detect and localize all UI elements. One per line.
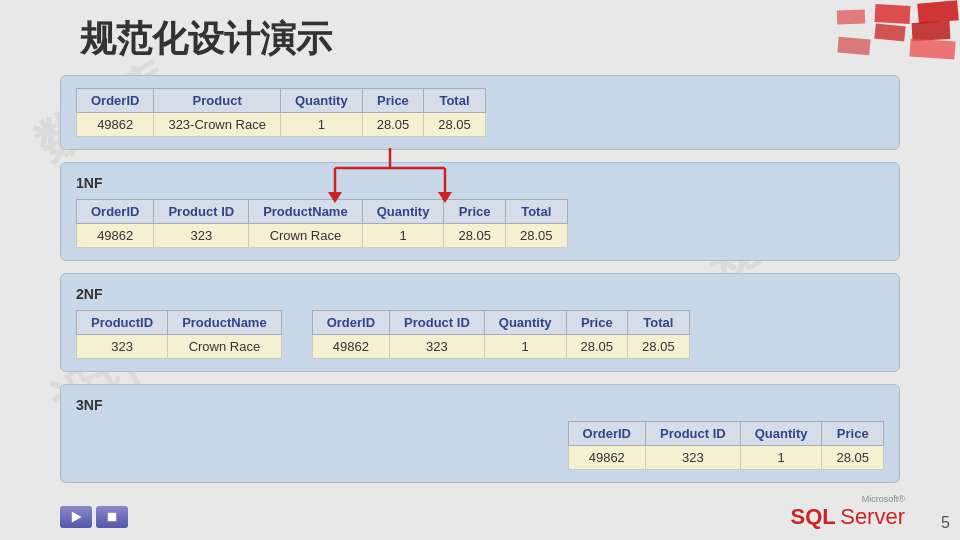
- page-title: 规范化设计演示: [80, 15, 332, 64]
- svg-rect-8: [108, 513, 116, 521]
- unnormalized-table: OrderID Product Quantity Price Total 498…: [76, 88, 486, 137]
- nf2-label: 2NF: [76, 286, 884, 302]
- nf3-order-table: OrderID Product ID Quantity Price 49862 …: [568, 421, 884, 470]
- nf2-ord-cell-total: 28.05: [628, 335, 690, 359]
- nf2-ord-col-price: Price: [566, 311, 628, 335]
- cell-quantity: 1: [280, 113, 362, 137]
- table-row: 49862 323 Crown Race 1 28.05 28.05: [77, 224, 568, 248]
- split-arrow: [280, 148, 500, 203]
- server-label: Server: [840, 504, 905, 529]
- play-button[interactable]: [60, 506, 92, 528]
- nf2-ord-cell-orderid: 49862: [312, 335, 389, 359]
- nf2-prod-cell-name: Crown Race: [168, 335, 282, 359]
- nf1-cell-orderid: 49862: [77, 224, 154, 248]
- nf2-prod-cell-id: 323: [77, 335, 168, 359]
- col-orderid: OrderID: [77, 89, 154, 113]
- svg-marker-6: [438, 192, 452, 203]
- cell-product: 323-Crown Race: [154, 113, 281, 137]
- nf2-ord-cell-quantity: 1: [484, 335, 566, 359]
- nf1-col-orderid: OrderID: [77, 200, 154, 224]
- nf2-ord-cell-price: 28.05: [566, 335, 628, 359]
- table-row: 323 Crown Race: [77, 335, 282, 359]
- nf3-cell-price: 28.05: [822, 446, 884, 470]
- nf2-order-table: OrderID Product ID Quantity Price Total …: [312, 310, 690, 359]
- nf2-ord-col-orderid: OrderID: [312, 311, 389, 335]
- nf3-cell-orderid: 49862: [568, 446, 645, 470]
- nf2-ord-col-productid: Product ID: [390, 311, 485, 335]
- nf1-cell-productid: 323: [154, 224, 249, 248]
- table-row: 49862 323 1 28.05: [568, 446, 883, 470]
- svg-marker-3: [328, 192, 342, 203]
- nf2-prod-col-name: ProductName: [168, 311, 282, 335]
- nf1-col-total: Total: [505, 200, 567, 224]
- nf1-cell-productname: Crown Race: [249, 224, 363, 248]
- nf3-cell-productid: 323: [645, 446, 740, 470]
- nf1-table: OrderID Product ID ProductName Quantity …: [76, 199, 568, 248]
- nf1-cell-price: 28.05: [444, 224, 506, 248]
- col-total: Total: [424, 89, 486, 113]
- sql-label: SQL: [791, 504, 836, 529]
- nf3-col-orderid: OrderID: [568, 422, 645, 446]
- decorative-squares: [760, 0, 960, 65]
- cell-orderid: 49862: [77, 113, 154, 137]
- nf3-cell-quantity: 1: [740, 446, 822, 470]
- table-row: 49862 323 1 28.05 28.05: [312, 335, 689, 359]
- nf2-prod-col-id: ProductID: [77, 311, 168, 335]
- nf3-label: 3NF: [76, 397, 884, 413]
- nf3-col-price: Price: [822, 422, 884, 446]
- nf2-section: 2NF ProductID ProductName 323 Crown Race: [60, 273, 900, 372]
- nf3-tables-container: OrderID Product ID Quantity Price 49862 …: [76, 421, 884, 470]
- nf2-ord-col-quantity: Quantity: [484, 311, 566, 335]
- nf1-cell-total: 28.05: [505, 224, 567, 248]
- nf2-product-table: ProductID ProductName 323 Crown Race: [76, 310, 282, 359]
- nf1-col-quantity: Quantity: [362, 200, 444, 224]
- nf1-col-productname: ProductName: [249, 200, 363, 224]
- nav-buttons-container: [60, 506, 128, 528]
- col-product: Product: [154, 89, 281, 113]
- nf3-col-productid: Product ID: [645, 422, 740, 446]
- table-row: 49862 323-Crown Race 1 28.05 28.05: [77, 113, 486, 137]
- nf2-tables-container: ProductID ProductName 323 Crown Race Ord…: [76, 310, 884, 359]
- col-price: Price: [362, 89, 424, 113]
- cell-total: 28.05: [424, 113, 486, 137]
- nf3-section: 3NF OrderID Product ID Quantity Price 49…: [60, 384, 900, 483]
- nf3-col-quantity: Quantity: [740, 422, 822, 446]
- microsoft-label: Microsoft®: [791, 494, 905, 504]
- nf2-ord-col-total: Total: [628, 311, 690, 335]
- main-content: OrderID Product Quantity Price Total 498…: [60, 75, 900, 495]
- nf1-col-productid: Product ID: [154, 200, 249, 224]
- col-quantity: Quantity: [280, 89, 362, 113]
- unnormalized-section: OrderID Product Quantity Price Total 498…: [60, 75, 900, 150]
- nf2-ord-cell-productid: 323: [390, 335, 485, 359]
- page-number: 5: [941, 514, 950, 532]
- nf1-col-price: Price: [444, 200, 506, 224]
- stop-button[interactable]: [96, 506, 128, 528]
- sql-server-logo: Microsoft® SQL Server: [791, 494, 905, 530]
- svg-marker-7: [72, 511, 82, 522]
- nf1-cell-quantity: 1: [362, 224, 444, 248]
- cell-price: 28.05: [362, 113, 424, 137]
